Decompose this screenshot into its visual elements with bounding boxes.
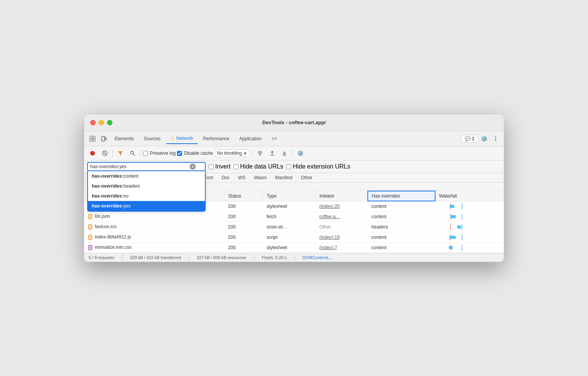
dom-content-loaded[interactable]: DOMContentL… [302,255,333,260]
finish-time: Finish: 5.20 s [262,255,287,260]
cell-initiator[interactable]: coffee.a… [315,211,367,222]
throttle-select[interactable]: No throttling ▼ [214,149,250,157]
type-other[interactable]: Other [297,174,316,181]
cell-waterfall [435,232,504,242]
search-icon[interactable] [127,148,138,159]
cell-has-overrides: content [368,211,435,222]
console-badge[interactable]: 💬 1 [461,135,478,143]
initiator-link[interactable]: coffee.a… [319,214,340,219]
inspect-element-icon[interactable] [87,133,98,144]
hide-data-urls-label[interactable]: Hide data URLs [234,163,283,170]
preserve-log-checkbox[interactable] [143,151,148,156]
svg-point-6 [90,151,95,156]
tab-performance[interactable]: Performance [198,133,234,144]
disable-cache-label[interactable]: Disable cache [177,151,213,156]
settings-icon[interactable]: ⚙️ [479,133,489,144]
tab-network[interactable]: ⚠ Network [166,133,198,144]
cell-type: octet-str… [263,222,315,232]
minimize-button[interactable] [99,120,104,125]
network-toolbar: Preserve log Disable cache No throttling… [84,146,504,160]
invert-checkbox[interactable] [209,164,214,169]
filter-icon[interactable] [115,148,126,159]
toolbar-divider-4 [292,149,292,157]
col-type[interactable]: Type [263,191,315,201]
tab-elements[interactable]: Elements [110,133,138,144]
clear-button[interactable] [99,148,110,159]
devtools-window: DevTools - coffee-cart.app/ Elements Sou… [84,114,504,262]
waterfall-bar [450,236,456,239]
cell-status: 200 [224,222,263,232]
cell-initiator[interactable]: (index):19 [315,232,367,242]
wifi-icon[interactable] [255,148,265,159]
invert-label[interactable]: Invert [209,163,231,170]
type-wasm[interactable]: Wasm [250,174,271,181]
table-row[interactable]: index-8bfa4912.js200script(index):19cont… [84,232,504,242]
table-row[interactable]: list.json200fetchcoffee.a…content [84,211,504,222]
waterfall-blue-line [462,245,462,251]
close-button[interactable] [90,120,96,125]
svg-rect-3 [93,139,95,141]
traffic-lights [90,120,112,125]
file-icon [88,214,93,219]
waterfall-blue-line [462,214,462,220]
disable-cache-checkbox[interactable] [177,151,182,156]
type-manifest[interactable]: Manifest [271,174,296,181]
cell-waterfall [435,222,504,232]
preserve-log-label[interactable]: Preserve log [143,151,175,156]
cell-status: 200 [224,201,263,211]
waterfall-red-line [450,224,451,230]
svg-line-11 [133,154,135,156]
file-icon [88,224,93,230]
svg-line-8 [104,152,106,154]
tab-sources[interactable]: Sources [139,133,165,144]
maximize-button[interactable] [107,120,112,125]
col-initiator[interactable]: Initiator [315,191,367,201]
waterfall-bar [450,215,456,218]
console-icon: 💬 [465,136,471,141]
autocomplete-item-headers[interactable]: has-overrides:headers [88,181,205,191]
col-status[interactable]: Status [224,191,263,201]
cell-has-overrides: headers [368,222,435,232]
svg-rect-13 [270,155,274,156]
filter-input[interactable] [90,164,190,169]
type-ws[interactable]: WS [234,174,249,181]
search-container: ✕ has-overrides:content has-overrides:he… [87,162,206,171]
autocomplete-item-content[interactable]: has-overrides:content [88,171,205,181]
status-divider-2 [189,255,189,260]
cell-name: list.json [84,211,224,222]
device-toolbar-icon[interactable] [99,133,109,144]
more-tabs-button[interactable]: >> [267,133,282,144]
autocomplete-item-yes[interactable]: has-overrides:yes [88,201,205,211]
type-doc[interactable]: Doc [218,174,233,181]
table-row[interactable]: normalize.min.css200stylesheet(index):7c… [84,242,504,253]
status-divider-1 [122,255,122,260]
status-divider-4 [294,255,295,260]
initiator-link[interactable]: (index):19 [319,235,339,240]
waterfall-bar [457,225,461,229]
toolbar-divider-1 [112,149,113,157]
table-row[interactable]: favicon.ico200octet-str…Otherheaders [84,222,504,232]
cell-status: 200 [224,232,263,242]
initiator-link[interactable]: (index):20 [319,204,339,209]
initiator-link[interactable]: (index):7 [319,245,337,250]
stop-recording-button[interactable] [87,148,98,159]
autocomplete-item-no[interactable]: has-overrides:no [88,191,205,201]
col-waterfall[interactable]: Waterfall [435,191,504,201]
cell-initiator[interactable]: (index):7 [315,242,367,253]
tab-application[interactable]: Application [235,133,266,144]
waterfall-bar [449,246,453,249]
download-icon[interactable] [279,148,290,159]
col-has-overrides[interactable]: Has overrides [368,191,435,201]
hide-extension-urls-checkbox[interactable] [286,164,291,169]
hide-extension-urls-label[interactable]: Hide extension URLs [286,163,350,170]
cell-has-overrides: content [368,232,435,242]
upload-icon[interactable] [267,148,278,159]
more-options-icon[interactable]: ⋮ [490,133,501,144]
file-icon [88,235,93,240]
cell-name: normalize.min.css [84,242,224,253]
hide-data-urls-checkbox[interactable] [234,164,239,169]
status-bar: 5 / 9 requests 329 kB / 422 kB transferr… [84,253,504,262]
search-clear-button[interactable]: ✕ [190,164,196,170]
cell-initiator[interactable]: (index):20 [315,201,367,211]
settings-gear-icon[interactable]: ⚙️ [295,148,305,159]
